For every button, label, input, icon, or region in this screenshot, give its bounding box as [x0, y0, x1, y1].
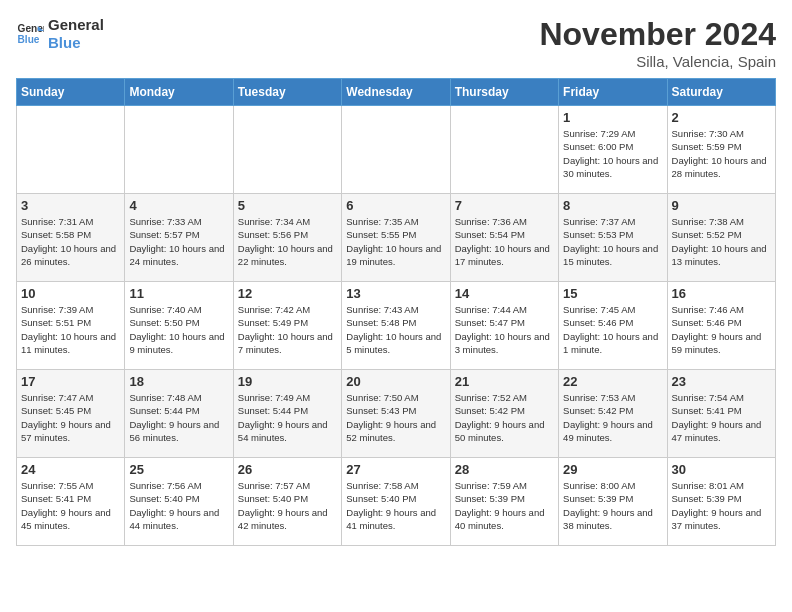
- day-info: Sunrise: 7:57 AMSunset: 5:40 PMDaylight:…: [238, 479, 337, 532]
- day-cell-1: 1Sunrise: 7:29 AMSunset: 6:00 PMDaylight…: [559, 106, 667, 194]
- week-row-5: 24Sunrise: 7:55 AMSunset: 5:41 PMDayligh…: [17, 458, 776, 546]
- location-subtitle: Silla, Valencia, Spain: [539, 53, 776, 70]
- empty-cell: [233, 106, 341, 194]
- day-info: Sunrise: 7:52 AMSunset: 5:42 PMDaylight:…: [455, 391, 554, 444]
- day-cell-20: 20Sunrise: 7:50 AMSunset: 5:43 PMDayligh…: [342, 370, 450, 458]
- day-cell-11: 11Sunrise: 7:40 AMSunset: 5:50 PMDayligh…: [125, 282, 233, 370]
- day-cell-18: 18Sunrise: 7:48 AMSunset: 5:44 PMDayligh…: [125, 370, 233, 458]
- column-header-wednesday: Wednesday: [342, 79, 450, 106]
- day-info: Sunrise: 7:50 AMSunset: 5:43 PMDaylight:…: [346, 391, 445, 444]
- day-info: Sunrise: 7:56 AMSunset: 5:40 PMDaylight:…: [129, 479, 228, 532]
- day-cell-19: 19Sunrise: 7:49 AMSunset: 5:44 PMDayligh…: [233, 370, 341, 458]
- logo-general: General: [48, 16, 104, 34]
- day-cell-27: 27Sunrise: 7:58 AMSunset: 5:40 PMDayligh…: [342, 458, 450, 546]
- day-number: 26: [238, 462, 337, 477]
- day-number: 17: [21, 374, 120, 389]
- day-info: Sunrise: 7:45 AMSunset: 5:46 PMDaylight:…: [563, 303, 662, 356]
- column-header-thursday: Thursday: [450, 79, 558, 106]
- day-info: Sunrise: 7:31 AMSunset: 5:58 PMDaylight:…: [21, 215, 120, 268]
- day-number: 29: [563, 462, 662, 477]
- day-info: Sunrise: 7:34 AMSunset: 5:56 PMDaylight:…: [238, 215, 337, 268]
- day-cell-22: 22Sunrise: 7:53 AMSunset: 5:42 PMDayligh…: [559, 370, 667, 458]
- day-info: Sunrise: 7:46 AMSunset: 5:46 PMDaylight:…: [672, 303, 771, 356]
- day-cell-12: 12Sunrise: 7:42 AMSunset: 5:49 PMDayligh…: [233, 282, 341, 370]
- day-cell-14: 14Sunrise: 7:44 AMSunset: 5:47 PMDayligh…: [450, 282, 558, 370]
- day-info: Sunrise: 7:48 AMSunset: 5:44 PMDaylight:…: [129, 391, 228, 444]
- day-info: Sunrise: 7:42 AMSunset: 5:49 PMDaylight:…: [238, 303, 337, 356]
- day-number: 18: [129, 374, 228, 389]
- day-number: 22: [563, 374, 662, 389]
- page-header: General Blue General Blue November 2024 …: [16, 16, 776, 70]
- day-cell-24: 24Sunrise: 7:55 AMSunset: 5:41 PMDayligh…: [17, 458, 125, 546]
- day-number: 2: [672, 110, 771, 125]
- day-info: Sunrise: 7:37 AMSunset: 5:53 PMDaylight:…: [563, 215, 662, 268]
- day-info: Sunrise: 7:30 AMSunset: 5:59 PMDaylight:…: [672, 127, 771, 180]
- day-number: 4: [129, 198, 228, 213]
- column-header-sunday: Sunday: [17, 79, 125, 106]
- empty-cell: [342, 106, 450, 194]
- column-header-friday: Friday: [559, 79, 667, 106]
- day-number: 27: [346, 462, 445, 477]
- day-number: 7: [455, 198, 554, 213]
- day-number: 20: [346, 374, 445, 389]
- column-header-saturday: Saturday: [667, 79, 775, 106]
- title-block: November 2024 Silla, Valencia, Spain: [539, 16, 776, 70]
- day-number: 23: [672, 374, 771, 389]
- day-info: Sunrise: 7:29 AMSunset: 6:00 PMDaylight:…: [563, 127, 662, 180]
- calendar-body: 1Sunrise: 7:29 AMSunset: 6:00 PMDaylight…: [17, 106, 776, 546]
- day-number: 21: [455, 374, 554, 389]
- day-info: Sunrise: 7:43 AMSunset: 5:48 PMDaylight:…: [346, 303, 445, 356]
- calendar-header-row: SundayMondayTuesdayWednesdayThursdayFrid…: [17, 79, 776, 106]
- calendar-table: SundayMondayTuesdayWednesdayThursdayFrid…: [16, 78, 776, 546]
- day-info: Sunrise: 7:39 AMSunset: 5:51 PMDaylight:…: [21, 303, 120, 356]
- day-info: Sunrise: 7:38 AMSunset: 5:52 PMDaylight:…: [672, 215, 771, 268]
- empty-cell: [450, 106, 558, 194]
- day-info: Sunrise: 7:54 AMSunset: 5:41 PMDaylight:…: [672, 391, 771, 444]
- week-row-3: 10Sunrise: 7:39 AMSunset: 5:51 PMDayligh…: [17, 282, 776, 370]
- logo-blue: Blue: [48, 34, 104, 52]
- day-number: 10: [21, 286, 120, 301]
- day-info: Sunrise: 7:44 AMSunset: 5:47 PMDaylight:…: [455, 303, 554, 356]
- day-cell-29: 29Sunrise: 8:00 AMSunset: 5:39 PMDayligh…: [559, 458, 667, 546]
- day-cell-30: 30Sunrise: 8:01 AMSunset: 5:39 PMDayligh…: [667, 458, 775, 546]
- day-number: 8: [563, 198, 662, 213]
- day-number: 12: [238, 286, 337, 301]
- day-info: Sunrise: 8:01 AMSunset: 5:39 PMDaylight:…: [672, 479, 771, 532]
- day-info: Sunrise: 7:35 AMSunset: 5:55 PMDaylight:…: [346, 215, 445, 268]
- day-number: 3: [21, 198, 120, 213]
- day-number: 13: [346, 286, 445, 301]
- day-number: 19: [238, 374, 337, 389]
- day-cell-9: 9Sunrise: 7:38 AMSunset: 5:52 PMDaylight…: [667, 194, 775, 282]
- day-number: 25: [129, 462, 228, 477]
- day-number: 1: [563, 110, 662, 125]
- day-cell-8: 8Sunrise: 7:37 AMSunset: 5:53 PMDaylight…: [559, 194, 667, 282]
- day-info: Sunrise: 7:33 AMSunset: 5:57 PMDaylight:…: [129, 215, 228, 268]
- column-header-tuesday: Tuesday: [233, 79, 341, 106]
- day-number: 11: [129, 286, 228, 301]
- week-row-1: 1Sunrise: 7:29 AMSunset: 6:00 PMDaylight…: [17, 106, 776, 194]
- week-row-2: 3Sunrise: 7:31 AMSunset: 5:58 PMDaylight…: [17, 194, 776, 282]
- day-info: Sunrise: 8:00 AMSunset: 5:39 PMDaylight:…: [563, 479, 662, 532]
- month-title: November 2024: [539, 16, 776, 53]
- day-info: Sunrise: 7:59 AMSunset: 5:39 PMDaylight:…: [455, 479, 554, 532]
- week-row-4: 17Sunrise: 7:47 AMSunset: 5:45 PMDayligh…: [17, 370, 776, 458]
- day-info: Sunrise: 7:58 AMSunset: 5:40 PMDaylight:…: [346, 479, 445, 532]
- empty-cell: [125, 106, 233, 194]
- day-info: Sunrise: 7:53 AMSunset: 5:42 PMDaylight:…: [563, 391, 662, 444]
- day-info: Sunrise: 7:36 AMSunset: 5:54 PMDaylight:…: [455, 215, 554, 268]
- day-number: 24: [21, 462, 120, 477]
- day-cell-5: 5Sunrise: 7:34 AMSunset: 5:56 PMDaylight…: [233, 194, 341, 282]
- day-cell-2: 2Sunrise: 7:30 AMSunset: 5:59 PMDaylight…: [667, 106, 775, 194]
- day-cell-13: 13Sunrise: 7:43 AMSunset: 5:48 PMDayligh…: [342, 282, 450, 370]
- day-cell-21: 21Sunrise: 7:52 AMSunset: 5:42 PMDayligh…: [450, 370, 558, 458]
- day-info: Sunrise: 7:47 AMSunset: 5:45 PMDaylight:…: [21, 391, 120, 444]
- day-cell-28: 28Sunrise: 7:59 AMSunset: 5:39 PMDayligh…: [450, 458, 558, 546]
- day-cell-4: 4Sunrise: 7:33 AMSunset: 5:57 PMDaylight…: [125, 194, 233, 282]
- column-header-monday: Monday: [125, 79, 233, 106]
- day-number: 15: [563, 286, 662, 301]
- day-cell-10: 10Sunrise: 7:39 AMSunset: 5:51 PMDayligh…: [17, 282, 125, 370]
- day-number: 6: [346, 198, 445, 213]
- day-info: Sunrise: 7:40 AMSunset: 5:50 PMDaylight:…: [129, 303, 228, 356]
- day-number: 30: [672, 462, 771, 477]
- empty-cell: [17, 106, 125, 194]
